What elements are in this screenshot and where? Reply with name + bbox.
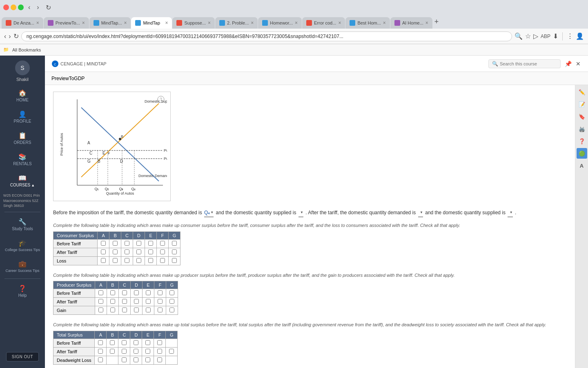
back-nav-icon[interactable]: ‹ bbox=[4, 33, 6, 40]
sidebar-item-home[interactable]: 🏠 HOME bbox=[0, 85, 45, 106]
cs-loss-e[interactable] bbox=[148, 258, 153, 263]
ts-dwl-f[interactable] bbox=[157, 357, 162, 362]
cs-loss-f[interactable] bbox=[160, 258, 165, 263]
cs-after-e[interactable] bbox=[148, 249, 153, 254]
ts-before-a[interactable] bbox=[98, 340, 103, 345]
ts-dwl-e[interactable] bbox=[145, 357, 150, 362]
tab-close-btn[interactable]: × bbox=[383, 20, 386, 26]
search-input[interactable] bbox=[500, 61, 557, 66]
search-bar[interactable]: 🔍 bbox=[488, 59, 561, 68]
ps-gain-e[interactable] bbox=[146, 307, 151, 312]
help-tool-btn[interactable]: ❓ bbox=[577, 136, 587, 146]
cs-before-d[interactable] bbox=[136, 241, 141, 246]
ps-after-e[interactable] bbox=[146, 299, 151, 304]
sidebar-item-study-tools[interactable]: 🔧 Study Tools bbox=[0, 214, 45, 235]
cs-loss-g[interactable] bbox=[172, 258, 177, 263]
sidebar-item-career-success[interactable]: 💼 Career Success Tips bbox=[0, 256, 45, 277]
tab-suppose[interactable]: Suppose... × bbox=[172, 17, 215, 29]
close-window-btn[interactable] bbox=[3, 4, 9, 10]
cs-before-f[interactable] bbox=[160, 241, 165, 246]
ts-after-e[interactable] bbox=[145, 349, 150, 354]
cs-after-b[interactable] bbox=[113, 249, 118, 254]
sidebar-item-orders[interactable]: 📋 ORDERS bbox=[0, 128, 45, 149]
cs-loss-b[interactable] bbox=[113, 258, 118, 263]
ps-before-f[interactable] bbox=[158, 290, 163, 295]
print-tool-btn[interactable]: 🖨️ bbox=[577, 123, 587, 134]
bookmark-tool-btn[interactable]: 🔖 bbox=[577, 111, 587, 122]
tab-close-btn[interactable]: × bbox=[425, 20, 428, 26]
cs-before-c[interactable] bbox=[125, 241, 129, 246]
cs-loss-a[interactable] bbox=[101, 258, 106, 263]
circle-tool-btn[interactable]: 🟢 bbox=[577, 148, 587, 159]
ps-gain-d[interactable] bbox=[134, 307, 139, 312]
ps-after-c[interactable] bbox=[122, 299, 127, 304]
ps-gain-f[interactable] bbox=[158, 307, 163, 312]
bookmarks-label[interactable]: All Bookmarks bbox=[12, 47, 41, 52]
tab-deanza[interactable]: De Anza... × bbox=[2, 17, 43, 29]
tab-previewto[interactable]: PreviewTo... × bbox=[44, 17, 89, 29]
cs-loss-c[interactable] bbox=[125, 258, 129, 263]
ps-after-b[interactable] bbox=[110, 299, 115, 304]
tab-mindtap-active[interactable]: MindTap × bbox=[131, 17, 172, 29]
ts-dwl-c[interactable] bbox=[122, 357, 127, 362]
tab-close-btn[interactable]: × bbox=[208, 20, 211, 26]
ps-gain-c[interactable] bbox=[122, 307, 127, 312]
dropdown-supply1[interactable]: ▼ bbox=[298, 209, 303, 217]
ts-before-e[interactable] bbox=[145, 340, 150, 345]
tab-problem[interactable]: 2. Proble... × bbox=[215, 17, 258, 29]
ps-after-g[interactable] bbox=[169, 299, 174, 304]
dropdown-supply2[interactable]: ▼ bbox=[508, 209, 512, 217]
cs-before-g[interactable] bbox=[172, 241, 177, 246]
ps-before-a[interactable] bbox=[98, 290, 103, 295]
cs-loss-d[interactable] bbox=[136, 258, 141, 263]
ps-gain-g[interactable] bbox=[169, 307, 174, 312]
back-button[interactable]: ‹ bbox=[26, 3, 32, 12]
download-icon[interactable]: ⬇ bbox=[553, 32, 558, 40]
tab-close-btn[interactable]: × bbox=[165, 20, 168, 26]
cs-after-g[interactable] bbox=[172, 249, 177, 254]
cs-after-f[interactable] bbox=[160, 249, 165, 254]
ps-after-f[interactable] bbox=[158, 299, 163, 304]
sidebar-item-help[interactable]: ❓ Help bbox=[0, 280, 45, 302]
tab-close-btn[interactable]: × bbox=[82, 20, 85, 26]
sign-out-button[interactable]: SIGN OUT bbox=[6, 352, 39, 361]
ts-after-g[interactable] bbox=[169, 349, 174, 354]
sidebar-item-college-success[interactable]: 🎓 College Success Tips bbox=[0, 235, 45, 256]
ts-dwl-a[interactable] bbox=[98, 357, 103, 362]
sidebar-item-rentals[interactable]: 📚 RENTALS bbox=[0, 149, 45, 170]
dropdown-demand2[interactable]: ▼ bbox=[418, 209, 423, 217]
ts-dwl-d[interactable] bbox=[134, 357, 138, 362]
cs-after-d[interactable] bbox=[136, 249, 141, 254]
cast-icon[interactable]: ▷ bbox=[533, 32, 538, 40]
search-icon[interactable]: 🔍 bbox=[514, 32, 523, 40]
settings-icon[interactable]: ⋮ bbox=[567, 32, 573, 40]
cs-before-b[interactable] bbox=[113, 241, 118, 246]
ps-after-d[interactable] bbox=[134, 299, 139, 304]
ts-before-f[interactable] bbox=[157, 340, 162, 345]
ts-before-b[interactable] bbox=[110, 340, 115, 345]
tab-ai-home[interactable]: AI Home... × bbox=[390, 17, 432, 29]
tab-homework[interactable]: Homewor... × bbox=[258, 17, 302, 29]
font-tool-btn[interactable]: A bbox=[577, 160, 587, 171]
ps-before-e[interactable] bbox=[146, 290, 151, 295]
cs-before-e[interactable] bbox=[148, 241, 153, 246]
dropdown-q4[interactable]: Q₄ ▼ bbox=[204, 209, 214, 217]
minimize-window-btn[interactable] bbox=[11, 4, 16, 10]
highlight-tool-btn[interactable]: ✏️ bbox=[577, 87, 587, 97]
address-input[interactable] bbox=[21, 31, 512, 41]
new-tab-button[interactable]: + bbox=[433, 18, 441, 26]
profile-icon[interactable]: 👤 bbox=[576, 32, 584, 40]
close-panel-icon[interactable]: ✕ bbox=[575, 60, 581, 68]
tab-close-btn[interactable]: × bbox=[338, 20, 341, 26]
forward-button[interactable]: › bbox=[35, 3, 41, 12]
note-tool-btn[interactable]: 📝 bbox=[577, 99, 587, 110]
maximize-window-btn[interactable] bbox=[18, 4, 24, 10]
refresh-nav-icon[interactable]: ↻ bbox=[13, 32, 19, 40]
ts-after-c[interactable] bbox=[122, 349, 127, 354]
ps-gain-b[interactable] bbox=[110, 307, 115, 312]
bookmark-star-icon[interactable]: ☆ bbox=[525, 32, 531, 40]
tab-close-btn[interactable]: × bbox=[251, 20, 254, 26]
tab-best-home[interactable]: Best Hom... × bbox=[345, 17, 390, 29]
ts-before-c[interactable] bbox=[122, 340, 127, 345]
refresh-button[interactable]: ↻ bbox=[44, 3, 53, 12]
